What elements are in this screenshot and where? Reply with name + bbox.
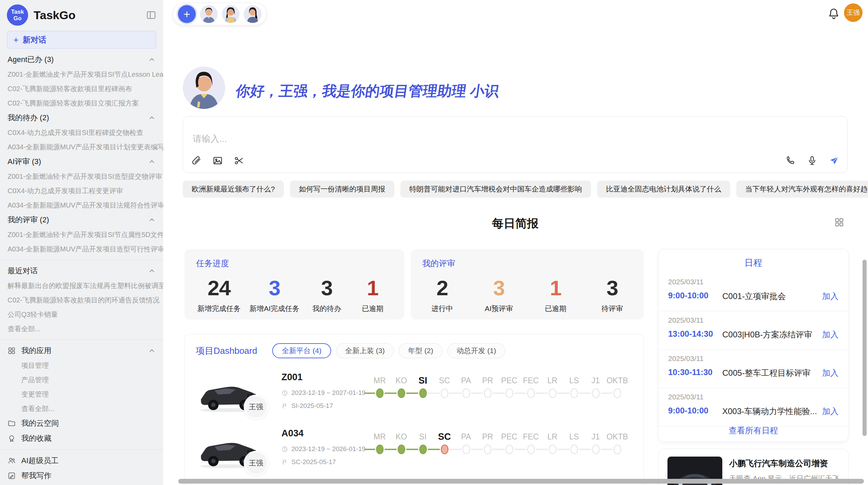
sidebar-section-header[interactable]: 最近对话 xyxy=(0,263,163,278)
sidebar-section-header[interactable]: Agent已办 (3) xyxy=(0,52,163,67)
agent-avatar-3[interactable] xyxy=(244,5,262,23)
stat-value: 3 xyxy=(594,276,631,300)
milestone-label: KO xyxy=(390,430,412,443)
stat-value: 3 xyxy=(250,276,300,300)
my-apps-item[interactable]: 产品管理 xyxy=(0,373,163,387)
sidebar-link-feather[interactable]: 创意制图 xyxy=(0,483,163,485)
my-apps-item[interactable]: 变更管理 xyxy=(0,387,163,401)
scissors-icon[interactable] xyxy=(234,156,244,167)
recent-conversation-item[interactable]: 解释最新出台的欧盟报废车法规再生塑料比例被调至15%... xyxy=(0,278,163,293)
sidebar-task-item[interactable]: Z001-全新燃油轻卡产品开发项目SI造型提交物评审 xyxy=(0,169,163,184)
project-milestone-flag: SI-2025-05-17 xyxy=(281,402,333,410)
join-meeting-link[interactable]: 加入 xyxy=(822,368,839,378)
sidebar-section-header[interactable]: 我的待办 (2) xyxy=(0,110,163,125)
sidebar-section-title: 我的待办 (2) xyxy=(8,113,49,123)
daily-briefing-header: 每日简报 xyxy=(183,216,848,232)
stat: 3AI预评审 xyxy=(480,276,517,313)
project-date-range: 2023-12-19 ~ 2026-01-19 xyxy=(281,445,365,453)
project-row[interactable]: 王强A0342023-12-19 ~ 2026-01-19SC-2025-05-… xyxy=(196,426,632,482)
phone-call-icon[interactable] xyxy=(785,156,795,167)
milestone-dot xyxy=(549,388,556,398)
sidebar-link-write[interactable]: 帮我写作 xyxy=(0,468,163,483)
suggestion-chip[interactable]: 比亚迪全固态电池计划具体说了什么 xyxy=(597,181,730,198)
horizontal-scrollbar[interactable] xyxy=(178,479,864,484)
view-all-schedule-link[interactable]: 查看所有日程 xyxy=(659,425,848,436)
project-name: A034 xyxy=(281,428,304,439)
project-milestone-flag: SC-2025-05-17 xyxy=(281,458,336,466)
milestone-label: SI xyxy=(412,430,434,443)
sidebar-collapse-icon[interactable] xyxy=(146,10,156,20)
schedule-date: 2025/03/11 xyxy=(668,393,839,401)
sidebar-task-item[interactable]: A034-全新新能源MUV产品开发项目法规符合性评审 xyxy=(0,198,163,212)
sidebar-task-item[interactable]: C02-飞腾新能源轻客改款项目里程碑画布 xyxy=(0,82,163,96)
vertical-scrollbar[interactable] xyxy=(863,260,867,436)
new-chat-button[interactable]: + 新对话 xyxy=(7,31,156,49)
agent-avatar-1[interactable] xyxy=(200,5,218,23)
sidebar-task-item[interactable]: Z001-全新燃油皮卡产品开发项目SI节点Lesson Learn报告 xyxy=(0,67,163,82)
stat-label: 进行中 xyxy=(424,304,461,313)
sidebar-section-title: 最近对话 xyxy=(8,266,38,276)
dashboard-tab[interactable]: 年型 (2) xyxy=(399,343,443,358)
chevron-up-icon xyxy=(148,56,156,63)
dashboard-tab[interactable]: 全新平台 (4) xyxy=(272,343,331,358)
sidebar-task-item[interactable]: A034-全新新能源MUV产品开发项目计划变更表编写 xyxy=(0,140,163,154)
project-row[interactable]: 王强Z0012023-12-19 ~ 2027-01-19SI-2025-05-… xyxy=(196,370,632,426)
stat-label: 新增AI完成任务 xyxy=(250,304,300,313)
sidebar-link-users[interactable]: AI超级员工 xyxy=(0,453,163,468)
sidebar-section-header[interactable]: AI评审 (3) xyxy=(0,154,163,169)
recent-conversation-item[interactable]: 公司Q3轻卡销量 xyxy=(0,307,163,322)
milestone-label: SI xyxy=(412,374,434,387)
sidebar-link-label: 帮我写作 xyxy=(21,471,51,481)
milestone-dot xyxy=(376,445,384,454)
join-meeting-link[interactable]: 加入 xyxy=(822,406,839,417)
users-icon xyxy=(8,457,16,465)
sidebar-task-item[interactable]: C0X4-动力总成开发项目SI里程碑提交物检查 xyxy=(0,125,163,140)
daily-briefing-title: 每日简报 xyxy=(492,217,539,230)
microphone-icon[interactable] xyxy=(807,156,817,167)
dashboard-tab[interactable]: 全新上装 (3) xyxy=(336,343,394,358)
suggestion-chip[interactable]: 特朗普可能对进口汽车增税会对中国车企造成哪些影响 xyxy=(400,181,591,198)
suggestion-chip[interactable]: 当下年轻人对汽车外观有怎样的喜好趋势 xyxy=(736,181,868,198)
layout-grid-icon[interactable] xyxy=(834,217,844,227)
badge-icon xyxy=(8,434,16,443)
milestone-dot xyxy=(419,445,427,454)
milestone-dot xyxy=(614,445,621,454)
milestone-label: PA xyxy=(455,430,477,443)
sidebar-link-label: 我的收藏 xyxy=(21,433,51,444)
dashboard-tab[interactable]: 动总开发 (1) xyxy=(447,343,506,358)
stat: 24新增完成任务 xyxy=(197,276,241,313)
my-apps-item[interactable]: 项目管理 xyxy=(0,358,163,373)
app-title: TaskGo xyxy=(34,9,75,22)
join-meeting-link[interactable]: 加入 xyxy=(822,329,839,340)
sidebar-task-item[interactable]: Z001-全新燃油轻卡产品开发项目SI节点属性5D文件评审 xyxy=(0,227,163,242)
my-apps-item[interactable]: 查看全部... xyxy=(0,401,163,416)
suggestion-chip[interactable]: 欧洲新规最近颁布了什么? xyxy=(183,181,284,198)
stat: 2进行中 xyxy=(424,276,461,313)
join-meeting-link[interactable]: 加入 xyxy=(822,291,839,302)
flag-icon xyxy=(281,459,288,465)
my-apps-header[interactable]: 我的应用 xyxy=(0,343,163,358)
suggestion-chip[interactable]: 如何写一份清晰的项目周报 xyxy=(290,181,394,198)
user-avatar[interactable]: 王强 xyxy=(844,3,863,22)
send-icon[interactable] xyxy=(829,156,839,167)
assistant-avatar xyxy=(183,66,225,109)
add-agent-button[interactable]: + xyxy=(178,5,196,23)
sidebar-section-title: 我的评审 (2) xyxy=(8,215,49,225)
sidebar-task-item[interactable]: C02-飞腾新能源轻客改款项目立项汇报方案 xyxy=(0,96,163,110)
recent-conversation-item[interactable]: C02-飞腾新能源轻客改款项目的闭环通告反馈情况 xyxy=(0,293,163,307)
sidebar-link-label: 我的云空间 xyxy=(21,418,59,428)
agent-avatar-2[interactable] xyxy=(222,5,240,23)
sidebar-task-item[interactable]: C0X4-动力总成开发项目工程变更评审 xyxy=(0,184,163,198)
recent-conversation-item[interactable]: 查看全部... xyxy=(0,322,163,336)
chat-input[interactable]: 请输入... xyxy=(183,116,848,173)
image-upload-icon[interactable] xyxy=(213,156,223,167)
sidebar-section-header[interactable]: 我的评审 (2) xyxy=(0,212,163,227)
sidebar-link-folder[interactable]: 我的云空间 xyxy=(0,416,163,431)
sidebar-link-badge[interactable]: 我的收藏 xyxy=(0,431,163,446)
attachment-icon[interactable] xyxy=(191,156,202,167)
milestone-dot xyxy=(419,388,427,398)
sidebar-task-item[interactable]: A034-全新新能源MUV产品开发项目造型可行性评审 xyxy=(0,242,163,256)
notifications-bell-icon[interactable] xyxy=(828,8,840,20)
divider xyxy=(0,339,163,340)
chevron-up-icon xyxy=(148,114,156,122)
